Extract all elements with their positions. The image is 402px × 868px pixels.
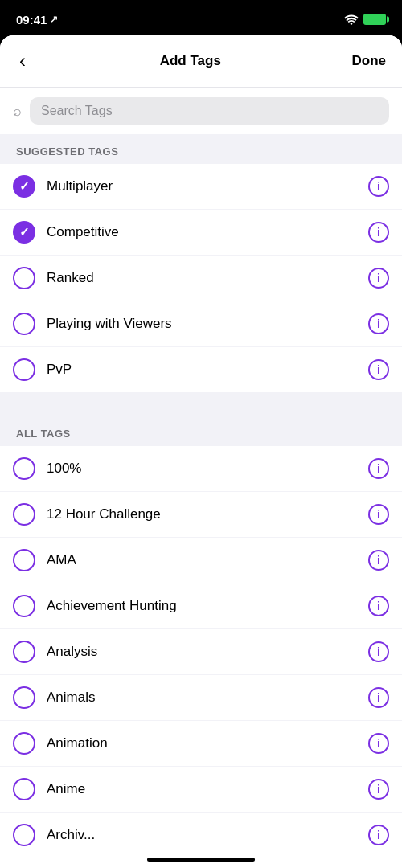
info-button-multiplayer[interactable]: i [368,176,389,197]
info-button-competitive[interactable]: i [368,222,389,243]
info-button-playing-with-viewers[interactable]: i [368,313,389,334]
tag-item-achievement-hunting[interactable]: Achievement Hunting i [0,583,402,629]
page-title: Add Tags [160,53,221,69]
info-button-anime[interactable]: i [368,779,389,800]
checkbox-pvp[interactable] [13,358,35,381]
suggested-tags-header: SUGGESTED TAGS [0,134,402,164]
main-content: ‹ Add Tags Done ⌕ SUGGESTED TAGS Multipl… [0,35,402,868]
tag-item-animals[interactable]: Animals i [0,675,402,721]
checkbox-playing-with-viewers[interactable] [13,313,35,335]
tag-item-animation[interactable]: Animation i [0,721,402,767]
tag-label-multiplayer: Multiplayer [47,178,357,194]
home-indicator [0,851,402,868]
all-tags-list: 100% i 12 Hour Challenge i AMA i Achieve… [0,446,402,858]
tag-label-ranked: Ranked [47,270,357,286]
checkbox-multiplayer[interactable] [13,175,35,198]
tag-label-anime: Anime [47,781,357,797]
info-button-animation[interactable]: i [368,733,389,754]
checkbox-analysis[interactable] [13,641,35,663]
tag-item-ama[interactable]: AMA i [0,538,402,583]
suggested-tags-list: Multiplayer i Competitive i Ranked i Pla… [0,164,402,392]
back-button[interactable]: ‹ [16,48,29,74]
info-button-12-hour[interactable]: i [368,504,389,525]
search-bar: ⌕ [0,88,402,134]
header: ‹ Add Tags Done [0,35,402,88]
checkbox-ama[interactable] [13,549,35,571]
done-button[interactable]: Done [352,53,387,69]
location-arrow-icon: ↗ [50,14,58,25]
checkbox-12-hour[interactable] [13,503,35,526]
tag-item-analysis[interactable]: Analysis i [0,629,402,675]
info-button-100percent[interactable]: i [368,458,389,479]
tag-label-animation: Animation [47,735,357,751]
checkbox-achievement-hunting[interactable] [13,595,35,617]
info-button-pvp[interactable]: i [368,359,389,380]
checkbox-ranked[interactable] [13,267,35,289]
status-time: 09:41 ↗ [16,13,58,27]
info-button-ama[interactable]: i [368,550,389,571]
checkbox-100percent[interactable] [13,457,35,480]
wifi-icon [344,14,359,25]
info-button-animals[interactable]: i [368,687,389,708]
status-icons [344,14,386,25]
tag-label-analysis: Analysis [47,644,357,660]
checkbox-archiv[interactable] [13,824,35,846]
battery-icon [363,14,386,25]
checkbox-anime[interactable] [13,778,35,800]
tag-item-ranked[interactable]: Ranked i [0,256,402,301]
info-button-ranked[interactable]: i [368,268,389,289]
tag-item-multiplayer[interactable]: Multiplayer i [0,164,402,210]
tag-label-12-hour: 12 Hour Challenge [47,506,357,522]
all-tags-header: ALL TAGS [0,416,402,446]
info-button-archiv[interactable]: i [368,825,389,845]
home-bar [147,858,255,862]
tag-item-anime[interactable]: Anime i [0,767,402,813]
tag-label-archiv: Archiv... [47,827,357,843]
tag-item-playing-with-viewers[interactable]: Playing with Viewers i [0,301,402,347]
tag-label-competitive: Competitive [47,224,357,240]
tag-label-playing-with-viewers: Playing with Viewers [47,316,357,332]
checkbox-animation[interactable] [13,732,35,755]
checkbox-competitive[interactable] [13,221,35,244]
tag-label-ama: AMA [47,552,357,568]
status-bar: 09:41 ↗ [0,0,402,35]
tag-item-12-hour[interactable]: 12 Hour Challenge i [0,492,402,538]
tag-label-pvp: PvP [47,362,357,378]
info-button-achievement-hunting[interactable]: i [368,596,389,616]
checkbox-animals[interactable] [13,686,35,709]
tag-item-pvp[interactable]: PvP i [0,347,402,392]
tag-item-100percent[interactable]: 100% i [0,446,402,492]
tag-item-competitive[interactable]: Competitive i [0,210,402,256]
search-icon: ⌕ [13,103,22,120]
search-input[interactable] [30,97,389,125]
info-button-analysis[interactable]: i [368,641,389,662]
tag-label-animals: Animals [47,690,357,706]
tag-label-100percent: 100% [47,461,357,477]
tag-label-achievement-hunting: Achievement Hunting [47,598,357,614]
time-label: 09:41 [16,13,47,27]
